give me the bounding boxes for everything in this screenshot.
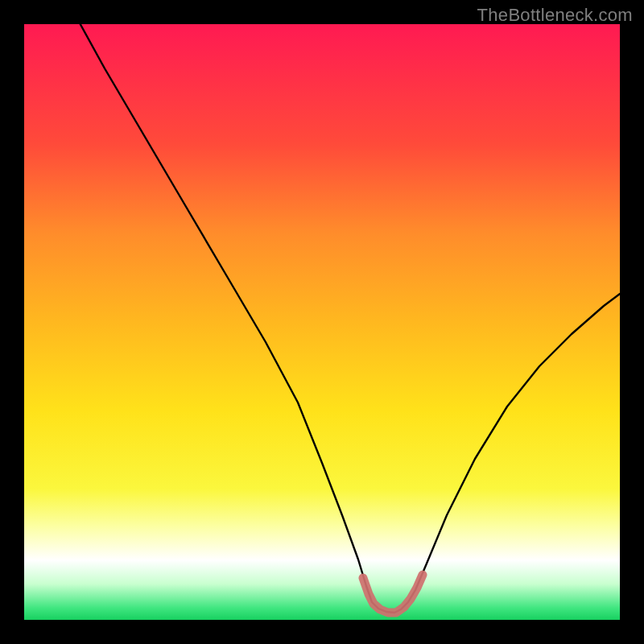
curve-line <box>60 0 620 613</box>
plot-area <box>24 24 620 620</box>
watermark-text: TheBottleneck.com <box>477 5 633 26</box>
optimal-region-highlight <box>363 575 423 613</box>
chart-svg <box>24 24 620 620</box>
chart-canvas: TheBottleneck.com <box>0 0 644 644</box>
